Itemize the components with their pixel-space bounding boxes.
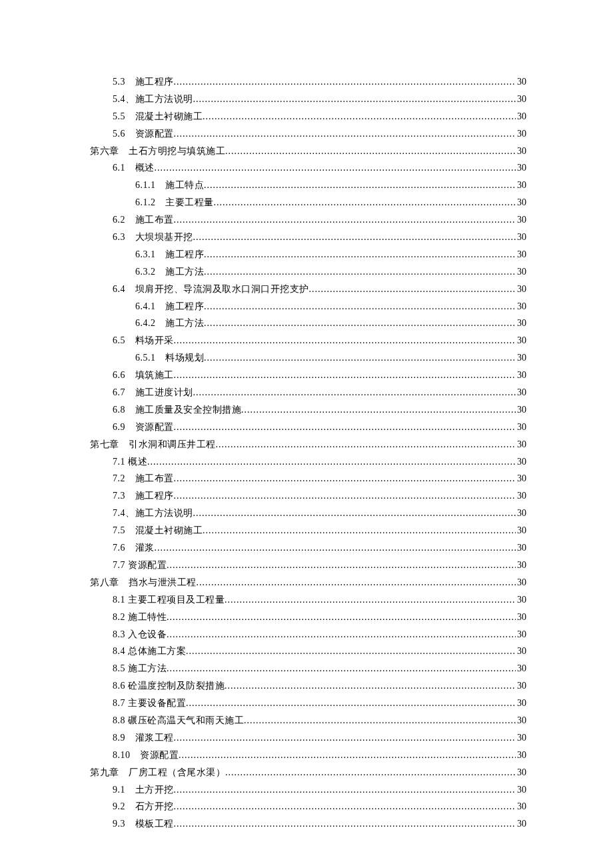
- toc-entry: 8.9 灌浆工程30: [90, 729, 526, 747]
- toc-entry: 7.5 混凝土衬砌施工30: [90, 522, 526, 539]
- toc-page-number: 30: [516, 764, 526, 781]
- toc-leader-dots: [167, 626, 516, 643]
- toc-page-number: 30: [516, 574, 526, 591]
- toc-entry: 7.3 施工程序30: [90, 487, 526, 505]
- toc-entry: 8.5 施工方法30: [90, 660, 526, 677]
- toc-page-number: 30: [516, 419, 526, 436]
- toc-page-number: 30: [516, 815, 526, 833]
- toc-entry: 5.4、施工方法说明30: [90, 91, 526, 108]
- toc-page-number: 30: [516, 798, 526, 815]
- toc-entry: 6.1.2 主要工程量30: [90, 194, 526, 211]
- toc-page-number: 30: [516, 125, 526, 143]
- toc-entry: 7.7 资源配置30: [90, 557, 526, 574]
- toc-label: 6.1.1 施工特点: [135, 177, 204, 194]
- toc-entry: 5.3 施工程序30: [90, 73, 526, 91]
- toc-leader-dots: [193, 229, 516, 246]
- toc-entry: 8.3 入仓设备30: [90, 626, 526, 643]
- toc-label: 6.5 料场开采: [113, 332, 174, 349]
- toc-entry: 6.9 资源配置30: [90, 419, 526, 436]
- toc-page-number: 30: [516, 609, 526, 626]
- toc-label: 7.1 概述: [113, 453, 147, 471]
- toc-page-number: 30: [516, 557, 526, 574]
- toc-leader-dots: [174, 332, 516, 349]
- toc-label: 6.3 大坝坝基开挖: [113, 229, 193, 246]
- toc-label: 9.2 石方开挖: [113, 798, 174, 815]
- toc-entry: 7.1 概述30: [90, 453, 526, 471]
- toc-leader-dots: [186, 643, 516, 660]
- toc-entry: 8.1 主要工程项目及工程量30: [90, 591, 526, 609]
- toc-leader-dots: [167, 660, 516, 677]
- toc-page-number: 30: [516, 522, 526, 539]
- toc-label: 第九章 厂房工程（含尾水渠）: [90, 764, 225, 781]
- toc-leader-dots: [174, 815, 516, 833]
- toc-leader-dots: [186, 695, 516, 712]
- toc-label: 6.8 施工质量及安全控制措施: [113, 401, 241, 419]
- toc-page-number: 30: [516, 332, 526, 349]
- toc-leader-dots: [204, 315, 516, 332]
- toc-entry: 6.6 填筑施工30: [90, 367, 526, 384]
- toc-page-number: 30: [516, 194, 526, 211]
- toc-page-number: 30: [516, 626, 526, 643]
- toc-page-number: 30: [516, 108, 526, 125]
- toc-leader-dots: [193, 505, 516, 522]
- toc-label: 8.3 入仓设备: [113, 626, 167, 643]
- toc-label: 7.5 混凝土衬砌施工: [113, 522, 203, 539]
- toc-page-number: 30: [516, 73, 526, 91]
- toc-entry: 7.6 灌浆30: [90, 539, 526, 557]
- toc-label: 6.3.1 施工程序: [135, 246, 204, 263]
- toc-page-number: 30: [516, 315, 526, 332]
- toc-entry: 8.2 施工特性30: [90, 609, 526, 626]
- toc-page-number: 30: [516, 263, 526, 281]
- toc-leader-dots: [203, 522, 516, 539]
- toc-label: 8.5 施工方法: [113, 660, 167, 677]
- toc-leader-dots: [147, 453, 516, 471]
- toc-entry: 6.2 施工布置30: [90, 211, 526, 229]
- toc-leader-dots: [193, 91, 516, 108]
- toc-page-number: 30: [516, 781, 526, 799]
- toc-entry: 6.7 施工进度计划30: [90, 384, 526, 401]
- toc-leader-dots: [174, 798, 516, 815]
- toc-label: 7.3 施工程序: [113, 487, 174, 505]
- toc-page-number: 30: [516, 695, 526, 712]
- toc-entry: 6.4.2 施工方法30: [90, 315, 526, 332]
- toc-leader-dots: [174, 73, 516, 91]
- toc-leader-dots: [204, 246, 516, 263]
- toc-leader-dots: [214, 194, 516, 211]
- toc-entry: 第八章 挡水与泄洪工程30: [90, 574, 526, 591]
- toc-leader-dots: [174, 419, 516, 436]
- toc-label: 5.3 施工程序: [113, 73, 174, 91]
- toc-label: 8.7 主要设备配置: [113, 695, 186, 712]
- toc-leader-dots: [216, 436, 516, 453]
- toc-page-number: 30: [516, 487, 526, 505]
- toc-label: 8.4 总体施工方案: [113, 643, 186, 660]
- toc-leader-dots: [204, 177, 516, 194]
- toc-leader-dots: [204, 349, 516, 367]
- toc-page-number: 30: [516, 229, 526, 246]
- toc-entry: 8.6 砼温度控制及防裂措施30: [90, 677, 526, 695]
- toc-leader-dots: [204, 263, 516, 281]
- toc-page-number: 30: [516, 453, 526, 471]
- toc-entry: 7.2 施工布置30: [90, 470, 526, 487]
- toc-page-number: 30: [516, 591, 526, 609]
- toc-leader-dots: [167, 557, 516, 574]
- toc-entry: 5.6 资源配置30: [90, 125, 526, 143]
- toc-entry: 6.1 概述30: [90, 159, 526, 177]
- toc-leader-dots: [167, 609, 516, 626]
- toc-label: 6.3.2 施工方法: [135, 263, 204, 281]
- toc-entry: 7.4、施工方法说明30: [90, 505, 526, 522]
- toc-entry: 第九章 厂房工程（含尾水渠）30: [90, 764, 526, 781]
- toc-entry: 第七章 引水洞和调压井工程30: [90, 436, 526, 453]
- toc-entry: 6.1.1 施工特点30: [90, 177, 526, 194]
- toc-page-number: 30: [516, 729, 526, 747]
- toc-label: 6.4.1 施工程序: [135, 298, 204, 315]
- toc-label: 6.1.2 主要工程量: [135, 194, 214, 211]
- toc-entry: 6.4.1 施工程序30: [90, 298, 526, 315]
- toc-leader-dots: [225, 764, 516, 781]
- toc-label: 6.7 施工进度计划: [113, 384, 193, 401]
- toc-label: 7.2 施工布置: [113, 470, 174, 487]
- toc-entry: 第六章 土石方明挖与填筑施工30: [90, 143, 526, 160]
- toc-leader-dots: [241, 401, 516, 419]
- toc-label: 6.4 坝肩开挖、导流洞及取水口洞口开挖支护: [113, 281, 309, 298]
- toc-leader-dots: [193, 384, 516, 401]
- toc-label: 7.7 资源配置: [113, 557, 167, 574]
